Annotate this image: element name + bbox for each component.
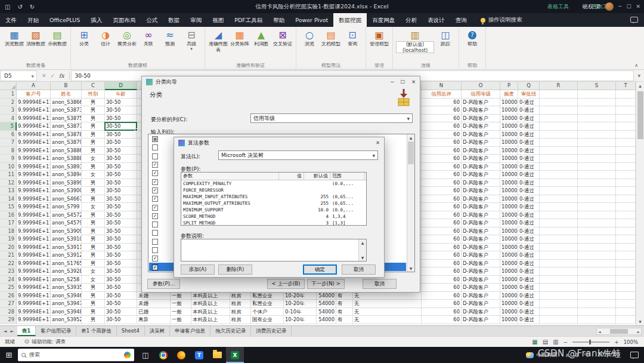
cell-N20[interactable]: 60 <box>422 244 462 252</box>
select-all-corner[interactable] <box>0 82 17 90</box>
cell-B18[interactable]: anon_S3909 <box>51 227 82 236</box>
cell-D29[interactable]: 30-50 <box>105 316 137 324</box>
params-close-button[interactable]: ✕ <box>376 140 380 146</box>
maximize-button[interactable]: ☐ <box>626 4 631 10</box>
checkbox-icon[interactable] <box>152 247 158 253</box>
cell-N12[interactable]: 60 <box>422 179 462 187</box>
cell-T20[interactable] <box>616 244 636 252</box>
cell-B10[interactable]: anon_S3893 <box>51 163 82 171</box>
cell-B20[interactable]: anon_S3911 <box>51 244 82 252</box>
cell-L27[interactable]: 有 <box>336 300 353 308</box>
chrome-icon[interactable] <box>154 347 172 363</box>
normal-view-icon[interactable]: ▦ <box>532 339 537 345</box>
cell-A15[interactable]: 9.99994E+11 <box>17 203 51 211</box>
cell-A25[interactable]: 9.99994E+11 <box>17 284 51 292</box>
cell-P10[interactable]: 10000 <box>500 163 518 171</box>
cell-S10[interactable] <box>578 163 616 171</box>
cell-Q25[interactable]: 0-通过 <box>518 284 540 292</box>
cell-A26[interactable]: 9.99994E+11 <box>17 292 51 300</box>
cell-D24[interactable]: 30-50 <box>105 276 137 284</box>
cell-B16[interactable]: anon_S4572 <box>51 211 82 220</box>
cell-C12[interactable]: 男 <box>82 179 105 187</box>
cell-N6[interactable]: 60 <box>422 131 462 139</box>
cell-S5[interactable] <box>578 122 616 131</box>
parameter-row[interactable]: MAXIMUM_INPUT_ATTRIBUTES255(0,65... <box>181 193 366 200</box>
sheet-tab[interactable]: 申请客户信息 <box>170 326 210 336</box>
cell-S24[interactable] <box>578 276 616 284</box>
cell-Q29[interactable]: 0-通过 <box>518 316 540 324</box>
cell-J29[interactable]: 10-20年 <box>284 316 317 324</box>
cell-F28[interactable]: 一般 <box>171 308 191 316</box>
row-header-22[interactable]: 22 <box>0 260 17 268</box>
cell-D1[interactable]: 年龄 <box>105 90 137 99</box>
cell-S22[interactable] <box>578 260 616 268</box>
cell-R11[interactable] <box>540 171 578 179</box>
cell-N1[interactable]: 信用总评 <box>422 90 462 99</box>
cell-T1[interactable] <box>616 90 636 99</box>
cell-C18[interactable]: 男 <box>82 227 105 236</box>
cell-N17[interactable]: 60 <box>422 219 462 227</box>
cell-M27[interactable]: 无 <box>353 300 422 308</box>
cell-O13[interactable]: D-风险客户 <box>462 187 500 195</box>
name-box[interactable]: D5 ▼ <box>0 70 37 81</box>
cell-D8[interactable]: 30-50 <box>105 147 137 155</box>
cell-C29[interactable]: 男 <box>82 316 105 324</box>
cell-Q27[interactable]: 0-通过 <box>518 300 540 308</box>
cell-N23[interactable]: 60 <box>422 267 462 276</box>
cell-P7[interactable]: 10000 <box>500 139 518 147</box>
cell-S15[interactable] <box>578 203 616 211</box>
cell-C11[interactable]: 女 <box>82 171 105 179</box>
cell-K27[interactable]: 54000 <box>317 300 336 308</box>
cell-P19[interactable]: 10000 <box>500 235 518 244</box>
cell-B11[interactable]: anon_S3894 <box>51 171 82 179</box>
row-header-16[interactable]: 16 <box>0 211 17 220</box>
cell-N13[interactable]: 60 <box>422 187 462 195</box>
trace-button[interactable]: ◫跟踪 <box>435 28 456 47</box>
vertical-scrollbar[interactable]: ▲ ▼ <box>636 82 644 325</box>
cell-D17[interactable]: 30-50 <box>105 219 137 227</box>
row-header-21[interactable]: 21 <box>0 251 17 260</box>
confirm-entry-icon[interactable]: ✓ <box>51 73 55 79</box>
cell-S11[interactable] <box>578 171 616 179</box>
cell-A1[interactable]: 客户号 <box>17 90 51 99</box>
column-header-D[interactable]: D <box>105 82 137 90</box>
scrollbar-thumb[interactable] <box>637 91 643 139</box>
ribbon-tab[interactable]: 页面布局 <box>107 13 141 27</box>
cell-H27[interactable]: 租房 <box>230 300 251 308</box>
cell-P13[interactable]: 10000 <box>500 187 518 195</box>
cell-R4[interactable] <box>540 115 578 123</box>
cell-D20[interactable]: 30-50 <box>105 244 137 252</box>
row-header-1[interactable]: 1 <box>0 90 17 99</box>
cell-O26[interactable]: D-风险客户 <box>462 292 500 300</box>
row-header-28[interactable]: 28 <box>0 308 17 316</box>
query-button[interactable]: ⊡查询 <box>342 28 363 47</box>
cell-O3[interactable]: D-风险客户 <box>462 106 500 115</box>
description-scrollbar[interactable]: ▲ ▼ <box>358 239 366 261</box>
cell-P15[interactable]: 10000 <box>500 203 518 211</box>
analyze-column-dropdown[interactable]: 信用等级 ▼ <box>250 113 413 123</box>
cell-P27[interactable]: 10000 <box>500 300 518 308</box>
cell-T28[interactable] <box>616 308 636 316</box>
row-header-11[interactable]: 11 <box>0 171 17 179</box>
cell-T9[interactable] <box>616 155 636 163</box>
cell-B8[interactable]: anon_S3886 <box>51 147 82 155</box>
cell-R7[interactable] <box>540 139 578 147</box>
cell-P1[interactable]: 频度 <box>500 90 518 99</box>
cell-C20[interactable]: 男 <box>82 244 105 252</box>
cell-S23[interactable] <box>578 267 616 276</box>
cell-P9[interactable]: 10000 <box>500 155 518 163</box>
help-button[interactable]: ?帮助 <box>462 28 483 47</box>
checkbox-icon[interactable]: ✓ <box>152 264 158 270</box>
cell-B2[interactable]: anon_S3866 <box>51 99 82 107</box>
cell-M28[interactable]: 无 <box>353 308 422 316</box>
cell-J26[interactable]: 10-20年 <box>284 292 317 300</box>
row-header-19[interactable]: 19 <box>0 235 17 244</box>
cell-P28[interactable]: 10000 <box>500 308 518 316</box>
cell-A29[interactable]: 9.99994E+11 <box>17 316 51 324</box>
cell-P12[interactable]: 10000 <box>500 179 518 187</box>
cell-O7[interactable]: D-风险客户 <box>462 139 500 147</box>
cell-T22[interactable] <box>616 260 636 268</box>
cell-B24[interactable]: anon_S258 <box>51 276 82 284</box>
cell-D18[interactable]: 30-50 <box>105 227 137 236</box>
cell-Q1[interactable]: 审批结 <box>518 90 540 99</box>
